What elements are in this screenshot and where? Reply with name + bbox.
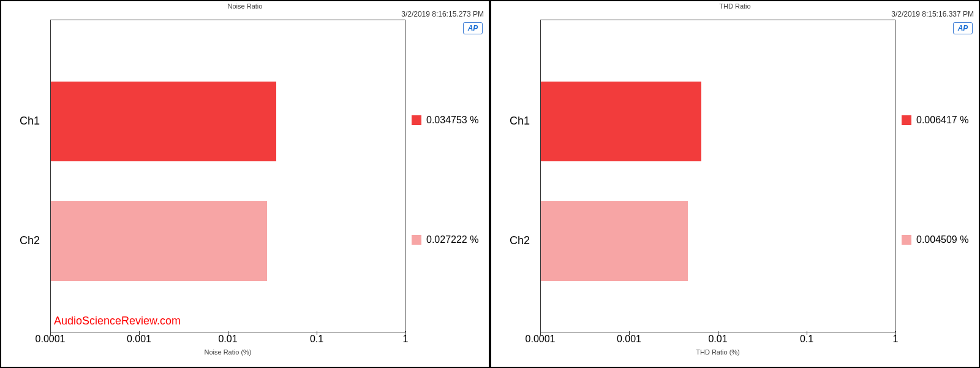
x-tick-label: 0.01 (708, 334, 727, 345)
chart-panel-right: THD Ratio 3/2/2019 8:15:16.337 PM AP SON… (490, 0, 980, 368)
x-axis-label: THD Ratio (%) (540, 348, 895, 356)
x-tick-label: 0.001 (617, 334, 641, 345)
legend-value-ch2: 0.004509 % (916, 234, 968, 245)
legend-value-ch1: 0.034753 % (426, 115, 478, 126)
x-tick-label: 1 (893, 334, 899, 345)
bar-ch2 (51, 201, 267, 281)
chart-panel-left: Noise Ratio 3/2/2019 8:16:15.273 PM AP S… (0, 0, 490, 368)
y-category-ch1: Ch1 (510, 115, 530, 128)
legend-swatch-icon (902, 235, 911, 245)
x-axis-ticks: 0.00010.0010.010.11 (50, 334, 405, 346)
legend-swatch-icon (902, 115, 911, 125)
legend-entry-ch1: 0.006417 % (902, 115, 975, 126)
legend-swatch-icon (412, 235, 421, 245)
bar-ch1 (541, 82, 701, 161)
legend-entry-ch1: 0.034753 % (412, 115, 485, 126)
timestamp: 3/2/2019 8:16:15.273 PM (401, 10, 484, 18)
plot-area (50, 20, 405, 332)
y-category-ch2: Ch2 (20, 234, 40, 247)
timestamp: 3/2/2019 8:15:16.337 PM (891, 10, 974, 18)
bar-ch1 (51, 82, 276, 161)
x-tick-label: 1 (403, 334, 409, 345)
x-tick-label: 0.0001 (36, 334, 66, 345)
panel-top-title: THD Ratio (491, 2, 979, 10)
plot-area (540, 20, 895, 332)
x-axis-label: Noise Ratio (%) (50, 348, 405, 356)
x-axis-ticks: 0.00010.0010.010.11 (540, 334, 895, 346)
watermark-text: AudioScienceReview.com (54, 315, 181, 328)
x-tick-label: 0.0001 (526, 334, 556, 345)
x-tick-label: 0.01 (218, 334, 237, 345)
y-category-ch2: Ch2 (510, 234, 530, 247)
legend-swatch-icon (412, 115, 421, 125)
legend-value-ch2: 0.027222 % (426, 234, 478, 245)
x-tick-label: 0.001 (127, 334, 151, 345)
legend-value-ch1: 0.006417 % (916, 115, 968, 126)
y-category-ch1: Ch1 (20, 115, 40, 128)
bar-ch2 (541, 201, 688, 281)
x-tick-label: 0.1 (800, 334, 813, 345)
x-tick-label: 0.1 (310, 334, 323, 345)
panel-top-title: Noise Ratio (1, 2, 489, 10)
legend-entry-ch2: 0.027222 % (412, 234, 485, 245)
legend-entry-ch2: 0.004509 % (902, 234, 975, 245)
